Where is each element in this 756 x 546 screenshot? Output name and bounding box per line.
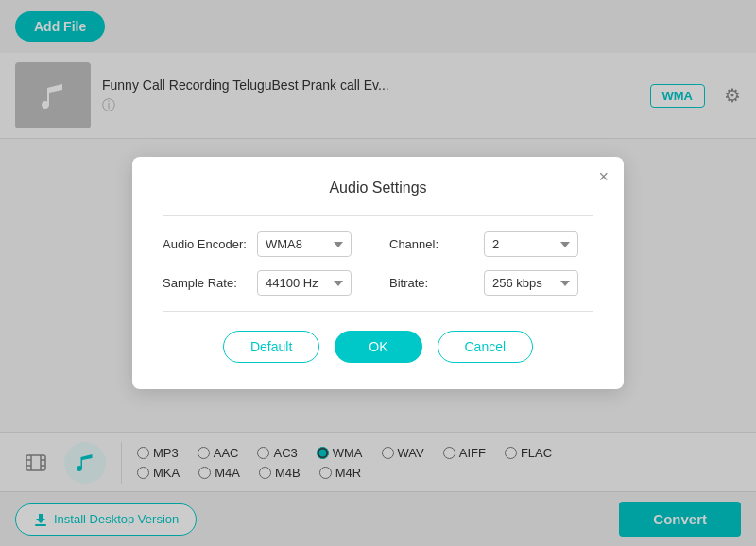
channel-row: Channel: 1 2 4 6 — [389, 231, 593, 257]
sample-rate-label: Sample Rate: — [163, 276, 248, 290]
modal-buttons: Default OK Cancel — [163, 331, 593, 363]
modal-title: Audio Settings — [163, 179, 593, 196]
audio-encoder-select[interactable]: WMA8 WMA MP3 AAC — [257, 231, 352, 257]
audio-encoder-label: Audio Encoder: — [163, 237, 248, 251]
channel-label: Channel: — [389, 237, 474, 251]
modal-overlay: × Audio Settings Audio Encoder: WMA8 WMA… — [0, 0, 756, 546]
default-button[interactable]: Default — [223, 331, 319, 363]
modal-top-divider — [163, 215, 593, 216]
channel-select[interactable]: 1 2 4 6 — [484, 231, 578, 257]
modal-close-button[interactable]: × — [598, 168, 609, 185]
bitrate-select[interactable]: 64 kbps 128 kbps 192 kbps 256 kbps 320 k… — [484, 270, 578, 296]
audio-settings-modal: × Audio Settings Audio Encoder: WMA8 WMA… — [132, 157, 624, 389]
modal-bottom-divider — [163, 311, 593, 312]
settings-grid: Audio Encoder: WMA8 WMA MP3 AAC Channel:… — [163, 231, 593, 296]
cancel-button[interactable]: Cancel — [438, 331, 534, 363]
bitrate-row: Bitrate: 64 kbps 128 kbps 192 kbps 256 k… — [389, 270, 593, 296]
bitrate-label: Bitrate: — [389, 276, 474, 290]
sample-rate-row: Sample Rate: 8000 Hz 11025 Hz 22050 Hz 4… — [163, 270, 367, 296]
ok-button[interactable]: OK — [335, 331, 421, 363]
sample-rate-select[interactable]: 8000 Hz 11025 Hz 22050 Hz 44100 Hz 48000… — [257, 270, 352, 296]
audio-encoder-row: Audio Encoder: WMA8 WMA MP3 AAC — [163, 231, 367, 257]
